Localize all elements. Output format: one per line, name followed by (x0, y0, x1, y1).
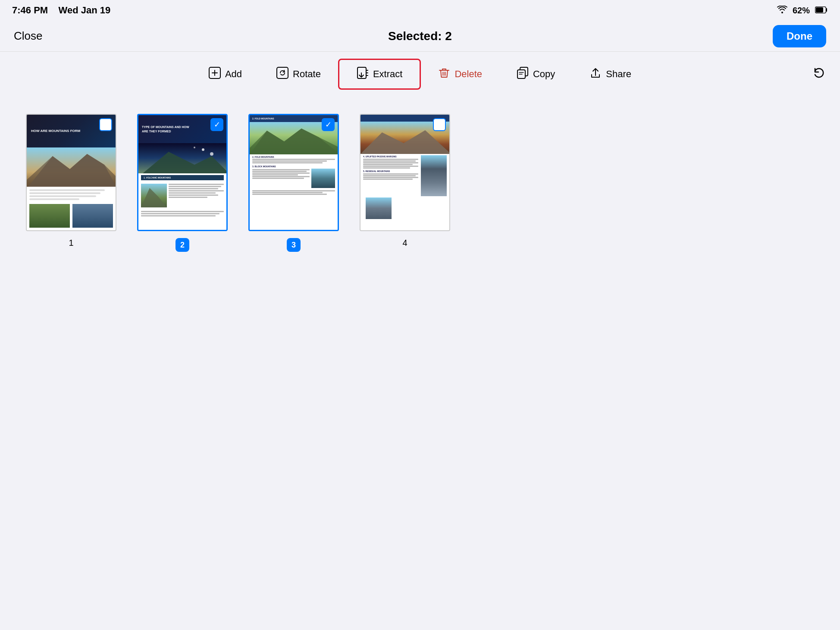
page-thumb-2[interactable]: TYPE OF MOUNTAINS AND HOWARE THEY FORMED (137, 114, 228, 231)
copy-label: Copy (533, 69, 555, 80)
page-thumb-wrapper-2[interactable]: TYPE OF MOUNTAINS AND HOWARE THEY FORMED (137, 114, 228, 231)
extract-icon (357, 67, 369, 81)
page-thumb-wrapper-3[interactable]: 2. FOLD MOUNTAINS (248, 114, 339, 231)
add-label: Add (225, 69, 242, 80)
add-icon (209, 67, 221, 81)
status-bar: 7:46 PM Wed Jan 19 62% (0, 0, 840, 21)
battery-percentage: 62% (793, 6, 810, 16)
battery-icon (815, 6, 828, 16)
page4-side-image (421, 155, 447, 196)
page4-number: 4 (402, 238, 407, 248)
rotate-label: Rotate (293, 69, 321, 80)
pages-grid: HOW ARE MOUNTAINS FORM (0, 97, 840, 269)
share-label: Share (606, 69, 631, 80)
page-thumb-3[interactable]: 2. FOLD MOUNTAINS (248, 114, 339, 231)
page2-hero-image (138, 143, 226, 173)
status-indicators: 62% (777, 6, 828, 16)
page-item-2[interactable]: TYPE OF MOUNTAINS AND HOWARE THEY FORMED (137, 114, 228, 252)
nav-bar: Close Selected: 2 Done (0, 21, 840, 52)
svg-point-13 (194, 147, 195, 148)
page2-checkbox[interactable]: ✓ (210, 118, 223, 131)
svg-rect-1 (816, 7, 823, 13)
page3-number: 3 (287, 238, 301, 252)
page2-small-image (141, 184, 167, 207)
page1-text-area (27, 187, 116, 204)
page1-mountain-image (27, 147, 116, 187)
page4-text-block: 4. UPLIFTED PASSIVE MARGINS 5. RESIDUAL … (363, 155, 418, 196)
page4-bottom-image (363, 197, 449, 221)
status-date: Wed Jan 19 (59, 5, 111, 16)
extract-button[interactable]: Extract (338, 59, 421, 90)
close-button[interactable]: Close (14, 29, 42, 43)
share-icon (589, 67, 602, 81)
add-button[interactable]: Add (191, 60, 259, 88)
extract-label: Extract (373, 69, 402, 80)
page3-small-image (311, 169, 335, 188)
delete-label: Delete (454, 69, 482, 80)
page2-text-block (169, 184, 224, 207)
page-thumb-wrapper-4[interactable]: 4. UPLIFTED PASSIVE MARGINS 5. RESIDUAL … (360, 114, 450, 231)
page3-header-text: 2. FOLD MOUNTAINS (252, 117, 274, 120)
undo-button[interactable] (812, 67, 826, 82)
done-button[interactable]: Done (773, 25, 826, 47)
rotate-button[interactable]: Rotate (259, 60, 338, 88)
page-thumb-1[interactable]: HOW ARE MOUNTAINS FORM (26, 114, 116, 231)
wifi-icon (777, 6, 787, 16)
page3-checkbox[interactable]: ✓ (322, 118, 335, 131)
page-item-3[interactable]: 2. FOLD MOUNTAINS (248, 114, 339, 252)
delete-button[interactable]: Delete (421, 60, 499, 88)
page4-checkbox[interactable] (433, 118, 446, 131)
page1-checkbox[interactable] (99, 118, 112, 131)
status-time-date: 7:46 PM Wed Jan 19 (12, 5, 110, 16)
page-item-1[interactable]: HOW ARE MOUNTAINS FORM (26, 114, 116, 248)
toolbar: Add Rotate Extract (0, 52, 840, 97)
share-button[interactable]: Share (572, 60, 649, 88)
copy-button[interactable]: Copy (499, 60, 572, 88)
page-thumb-wrapper-1[interactable]: HOW ARE MOUNTAINS FORM (26, 114, 116, 231)
delete-icon (438, 67, 450, 81)
svg-point-11 (202, 148, 204, 151)
copy-icon (517, 67, 529, 81)
page2-content (138, 182, 226, 209)
page1-number: 1 (69, 238, 73, 248)
status-time: 7:46 PM (12, 5, 48, 16)
page2-number: 2 (176, 238, 189, 252)
page1-header-text: HOW ARE MOUNTAINS FORM (31, 129, 80, 133)
rotate-icon (276, 67, 288, 81)
svg-rect-3 (277, 67, 288, 78)
page-item-4[interactable]: 4. UPLIFTED PASSIVE MARGINS 5. RESIDUAL … (360, 114, 450, 248)
page2-header-text: TYPE OF MOUNTAINS AND HOWARE THEY FORMED (142, 125, 189, 133)
page-thumb-4[interactable]: 4. UPLIFTED PASSIVE MARGINS 5. RESIDUAL … (360, 114, 450, 231)
selection-title: Selected: 2 (388, 29, 452, 43)
page2-section-title: 1. VOLCANIC MOUNTAINS (141, 175, 224, 180)
svg-point-12 (210, 152, 213, 156)
